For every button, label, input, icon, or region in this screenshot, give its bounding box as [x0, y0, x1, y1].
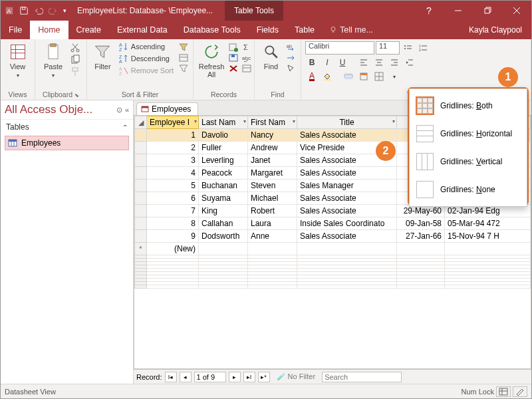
restore-button[interactable] — [473, 1, 502, 21]
find-button[interactable]: Find — [259, 41, 283, 72]
cell[interactable]: Suyama — [199, 192, 248, 205]
row-selector[interactable] — [135, 129, 147, 142]
cell[interactable]: Sales Associate — [297, 192, 397, 205]
cell[interactable]: Dodsworth — [199, 230, 248, 243]
cell[interactable]: 9 — [147, 230, 199, 243]
design-view-button[interactable] — [513, 386, 527, 397]
cell[interactable]: Sales Associate — [297, 167, 397, 180]
row-selector[interactable] — [135, 180, 147, 192]
font-size-select[interactable]: 11 — [376, 41, 400, 55]
cell[interactable]: 05-Mar-94 472 — [445, 217, 531, 230]
search-input[interactable] — [322, 372, 402, 382]
align-left-icon[interactable] — [357, 57, 370, 68]
cell[interactable]: 7 — [147, 205, 199, 217]
bullets-icon[interactable] — [401, 42, 414, 54]
redo-icon[interactable] — [49, 6, 58, 15]
cell[interactable]: 15-Nov-94 7 H — [445, 230, 531, 243]
cell[interactable]: Sales Manager — [297, 180, 397, 192]
copy-icon[interactable] — [70, 55, 80, 65]
nav-section-tables[interactable]: Tables ⌃ — [1, 120, 133, 134]
underline-button[interactable]: U — [336, 57, 349, 68]
toggle-filter-icon[interactable] — [178, 64, 189, 73]
cell[interactable]: Sales Associate — [297, 205, 397, 217]
new-record-icon[interactable] — [228, 43, 239, 52]
ascending-button[interactable]: AZAscending — [117, 41, 176, 52]
cell[interactable]: Fuller — [199, 142, 248, 154]
tab-file[interactable]: File — [1, 21, 30, 39]
tab-database-tools[interactable]: Database Tools — [176, 21, 249, 39]
cell[interactable]: Anne — [248, 230, 297, 243]
paste-button[interactable]: Paste▾ — [39, 41, 67, 80]
cell[interactable] — [445, 243, 531, 255]
selection-filter-icon[interactable] — [178, 43, 189, 52]
cell[interactable]: 2 — [147, 142, 199, 154]
select-all-cell[interactable]: ◢ — [135, 116, 147, 129]
document-tab-employees[interactable]: Employees — [136, 102, 198, 115]
cell[interactable]: Inside Sales Coordinato — [297, 217, 397, 230]
section-collapse-icon[interactable]: ⌃ — [122, 124, 128, 131]
column-header[interactable]: Employee I▾ — [147, 116, 199, 129]
column-header[interactable]: First Nam▾ — [248, 116, 297, 129]
gridlines-both[interactable]: Gridlines: Both — [410, 92, 527, 120]
row-selector[interactable] — [135, 142, 147, 154]
totals-icon[interactable]: Σ — [241, 43, 252, 52]
italic-button[interactable]: I — [321, 57, 334, 68]
minimize-button[interactable] — [444, 1, 473, 21]
remove-sort-button[interactable]: AZRemove Sort — [117, 65, 176, 76]
font-color-button[interactable]: A — [305, 70, 319, 82]
bold-button[interactable]: B — [305, 57, 319, 68]
record-position-input[interactable] — [194, 372, 226, 382]
cell[interactable]: Robert — [248, 205, 297, 217]
cell[interactable]: 27-Jan-66 — [397, 230, 445, 243]
cell[interactable] — [297, 243, 397, 255]
account-name[interactable]: Kayla Claypool — [460, 21, 531, 39]
column-header[interactable]: Last Nam▾ — [199, 116, 248, 129]
numbering-icon[interactable]: 12 — [416, 42, 430, 54]
nav-item-employees[interactable]: Employees — [5, 136, 129, 150]
tab-home[interactable]: Home — [30, 21, 68, 39]
new-record-nav-button[interactable]: ▸* — [258, 372, 270, 382]
tab-table[interactable]: Table — [287, 21, 323, 39]
row-selector[interactable]: * — [135, 243, 147, 255]
delete-record-icon[interactable] — [228, 64, 239, 73]
prev-record-button[interactable]: ◂ — [180, 372, 192, 382]
replace-icon[interactable]: ab — [286, 43, 297, 52]
gridlines-none[interactable]: Gridlines: None — [410, 176, 527, 203]
cell[interactable]: 5 — [147, 180, 199, 192]
cell[interactable]: Peacock — [199, 167, 248, 180]
table-row[interactable]: 9 Dodsworth Anne Sales Associate 27-Jan-… — [135, 230, 531, 243]
cell[interactable] — [397, 243, 445, 255]
cell[interactable]: Nancy — [248, 129, 297, 142]
new-row[interactable]: * (New) — [135, 243, 531, 255]
cell[interactable]: Leverling — [199, 154, 248, 167]
cell[interactable]: 09-Jan-58 — [397, 217, 445, 230]
cell[interactable]: 6 — [147, 192, 199, 205]
cell[interactable]: Margaret — [248, 167, 297, 180]
refresh-all-button[interactable]: Refresh All — [198, 41, 225, 80]
cell[interactable] — [199, 243, 248, 255]
tell-me[interactable]: Tell me... — [323, 21, 380, 39]
cell[interactable]: (New) — [147, 243, 199, 255]
nav-collapse-icon[interactable]: « — [125, 106, 129, 114]
view-button[interactable]: View▾ — [5, 41, 31, 80]
indent-icon[interactable] — [403, 57, 416, 68]
tab-external-data[interactable]: External Data — [109, 21, 176, 39]
advanced-filter-icon[interactable] — [178, 53, 189, 63]
cell[interactable]: King — [199, 205, 248, 217]
cell[interactable]: Callahan — [199, 217, 248, 230]
cell[interactable]: Davolio — [199, 129, 248, 142]
help-button[interactable]: ? — [414, 1, 444, 21]
cell[interactable]: 8 — [147, 217, 199, 230]
qat-dropdown-icon[interactable]: ▾ — [63, 7, 66, 14]
cell[interactable]: Sales Associate — [297, 230, 397, 243]
next-record-button[interactable]: ▸ — [229, 372, 241, 382]
table-row[interactable]: 8 Callahan Laura Inside Sales Coordinato… — [135, 217, 531, 230]
alternate-row-color-icon[interactable] — [342, 70, 355, 82]
goto-icon[interactable] — [286, 53, 297, 63]
column-header[interactable]: Title▾ — [297, 116, 397, 129]
gridlines-dropdown-icon[interactable]: ▾ — [388, 70, 401, 82]
cell[interactable]: 3 — [147, 154, 199, 167]
more-records-icon[interactable] — [241, 64, 252, 73]
gridlines-horizontal[interactable]: Gridlines: Horizontal — [410, 120, 527, 148]
tab-create[interactable]: Create — [68, 21, 110, 39]
